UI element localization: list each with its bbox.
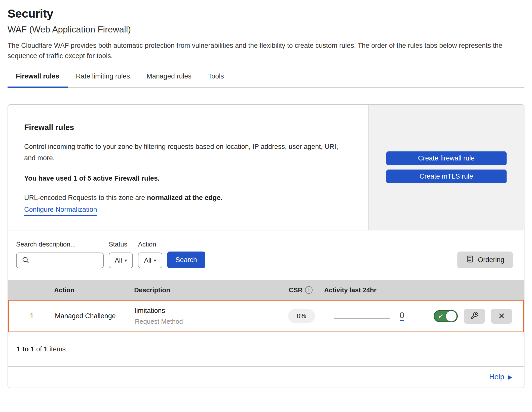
tab-firewall-rules[interactable]: Firewall rules bbox=[8, 72, 68, 87]
status-dropdown-value: All bbox=[115, 257, 122, 264]
normalization-text-plain: URL-encoded Requests to this zone are bbox=[24, 194, 147, 201]
page-subtitle: WAF (Web Application Firewall) bbox=[8, 24, 524, 34]
pagination-of: of bbox=[34, 345, 44, 353]
tab-label: Rate limiting rules bbox=[76, 72, 130, 80]
tab-tools[interactable]: Tools bbox=[200, 72, 232, 87]
filter-bar: Search description... Status All ▾ bbox=[8, 230, 524, 280]
waf-security-page: Security WAF (Web Application Firewall) … bbox=[0, 0, 532, 388]
pagination-total: 1 bbox=[44, 345, 48, 353]
delete-rule-button[interactable]: ✕ bbox=[491, 309, 512, 324]
edit-rule-button[interactable] bbox=[464, 309, 485, 324]
chevron-down-icon: ▾ bbox=[125, 258, 127, 263]
toggle-knob bbox=[446, 311, 457, 321]
table-header: Action Description CSR i Activity last 2… bbox=[8, 280, 524, 300]
action-dropdown-value: All bbox=[144, 257, 151, 264]
card-heading: Firewall rules bbox=[24, 123, 353, 132]
search-icon bbox=[22, 256, 29, 265]
configure-normalization-link[interactable]: Configure Normalization bbox=[24, 206, 97, 216]
usage-text: You have used 1 of 5 active Firewall rul… bbox=[24, 175, 353, 182]
rules-tab-bar: Firewall rules Rate limiting rules Manag… bbox=[8, 72, 524, 88]
tab-label: Firewall rules bbox=[16, 72, 59, 80]
pagination-items: items bbox=[48, 345, 66, 353]
csr-badge: 0% bbox=[288, 309, 315, 323]
status-label: Status bbox=[109, 240, 133, 248]
row-description: limitations bbox=[135, 307, 280, 315]
firewall-rules-card: Firewall rules Control incoming traffic … bbox=[8, 104, 524, 388]
rule-enabled-toggle[interactable]: ✓ bbox=[434, 310, 458, 322]
check-icon: ✓ bbox=[438, 312, 444, 320]
ordering-button[interactable]: Ordering bbox=[457, 252, 513, 268]
col-header-description: Description bbox=[134, 286, 279, 294]
normalization-text: URL-encoded Requests to this zone are no… bbox=[24, 194, 353, 202]
col-header-activity: Activity last 24hr bbox=[322, 286, 425, 294]
tab-label: Managed rules bbox=[146, 72, 192, 80]
row-description-detail: Request Method bbox=[135, 318, 280, 325]
search-filter: Search description... bbox=[16, 240, 104, 268]
page-title: Security bbox=[8, 7, 524, 20]
help-bar: Help ▶ bbox=[8, 366, 524, 388]
row-description-cell: limitations Request Method bbox=[135, 302, 280, 330]
page-description: The Cloudflare WAF provides both automat… bbox=[8, 40, 524, 61]
normalization-text-bold: normalized at the edge. bbox=[147, 194, 222, 201]
card-overview-text: Firewall rules Control incoming traffic … bbox=[8, 105, 368, 230]
row-controls: ✓ ✕ bbox=[426, 309, 523, 324]
activity-sparkline bbox=[334, 318, 390, 319]
tab-managed-rules[interactable]: Managed rules bbox=[138, 72, 200, 87]
chevron-down-icon: ▾ bbox=[154, 258, 156, 263]
card-description: Control incoming traffic to your zone by… bbox=[24, 141, 351, 163]
info-icon[interactable]: i bbox=[305, 286, 313, 294]
help-arrow-icon: ▶ bbox=[508, 374, 512, 380]
action-dropdown[interactable]: All ▾ bbox=[138, 253, 162, 268]
help-link-label: Help bbox=[489, 373, 504, 381]
row-index: 1 bbox=[9, 312, 55, 320]
close-icon: ✕ bbox=[498, 312, 505, 320]
ordering-button-label: Ordering bbox=[478, 256, 504, 264]
help-link[interactable]: Help ▶ bbox=[489, 373, 512, 381]
search-label: Search description... bbox=[16, 240, 104, 248]
table-row: 1 Managed Challenge limitations Request … bbox=[8, 300, 524, 332]
col-header-csr: CSR i bbox=[279, 286, 322, 294]
col-header-action: Action bbox=[54, 286, 134, 294]
search-input-box[interactable] bbox=[16, 253, 104, 268]
tab-label: Tools bbox=[208, 72, 224, 80]
pagination-range: 1 to 1 bbox=[17, 345, 34, 353]
pagination-summary: 1 to 1 of 1 items bbox=[8, 332, 524, 366]
actions-panel: Create firewall rule Create mTLS rule bbox=[368, 105, 524, 230]
csr-header-label: CSR bbox=[289, 286, 303, 294]
search-button[interactable]: Search bbox=[167, 252, 205, 268]
activity-count-link[interactable]: 0 bbox=[400, 311, 404, 321]
create-mtls-rule-button[interactable]: Create mTLS rule bbox=[386, 170, 507, 183]
create-firewall-rule-button[interactable]: Create firewall rule bbox=[386, 151, 507, 165]
action-label: Action bbox=[138, 240, 162, 248]
wrench-icon bbox=[470, 311, 479, 321]
row-activity-cell: 0 bbox=[323, 311, 426, 321]
status-filter: Status All ▾ bbox=[109, 240, 133, 268]
card-overview-section: Firewall rules Control incoming traffic … bbox=[8, 105, 524, 230]
row-action: Managed Challenge bbox=[55, 312, 135, 320]
action-filter: Action All ▾ bbox=[138, 240, 162, 268]
search-input[interactable] bbox=[32, 256, 99, 265]
status-dropdown[interactable]: All ▾ bbox=[109, 253, 133, 268]
ordering-list-icon bbox=[466, 255, 474, 265]
tab-rate-limiting-rules[interactable]: Rate limiting rules bbox=[68, 72, 138, 87]
row-csr-cell: 0% bbox=[280, 309, 323, 323]
